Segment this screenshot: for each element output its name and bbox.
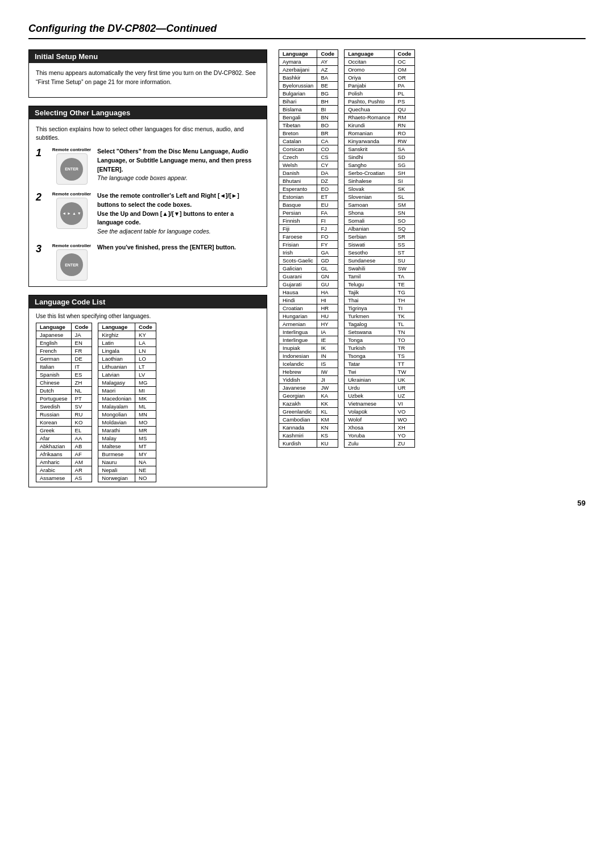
table-row: XhosaXH [345,424,415,432]
table-row: PanjabiPA [345,82,415,90]
table-row: TamilTA [345,273,415,281]
table-row: AssameseAS [36,474,92,482]
page-number: 59 [28,499,586,507]
table-row: ItalianIT [36,362,92,370]
table-row: Pashto, PushtoPS [345,98,415,106]
table-row: MarathiMR [98,426,156,434]
table-row: PersianFA [279,209,338,217]
table3-code-header: Code [317,50,338,58]
table-row: HungarianHU [279,312,338,320]
table-row: LatvianLV [98,370,156,378]
table-row: AfarAA [36,434,92,442]
step-1-bold: Select "Others" from the Disc Menu Langu… [97,148,251,173]
table-row: FijiFJ [279,225,338,233]
table-row: SiswatiSS [345,241,415,249]
table-row: HausaHA [279,289,338,297]
table-row: QuechuaQU [345,106,415,114]
table-row: SlovenianSL [345,193,415,201]
lang-table-2: Language Code KirghizKYLatinLALingalaLNL… [98,323,156,482]
table-row: NorwegianNO [98,474,156,482]
table-row: EsperantoEO [279,185,338,193]
table-row: KashmiriKS [279,432,338,440]
table-row: SwahiliSW [345,265,415,273]
table-row: ThaiTH [345,297,415,304]
table-row: KoreanKO [36,418,92,426]
table-row: SomaliSO [345,217,415,225]
table-row: GermanDE [36,354,92,362]
table-row: CzechCS [279,153,338,161]
table-row: LatinLA [98,339,156,347]
table2-code-header: Code [135,323,156,331]
table-row: BretonBR [279,130,338,137]
table-row: UrduUR [345,384,415,392]
step-1: 1 Remote controller ENTER Select "Others… [36,147,260,185]
table-row: MalayalamML [98,402,156,410]
table-row: MalayMS [98,434,156,442]
table-row: BislamaBI [279,106,338,114]
table-row: IrishGA [279,249,338,257]
table-row: SetswanaTN [345,328,415,336]
table-row: MacedonianMK [98,394,156,402]
table4-lang-header: Language [345,50,394,58]
step-2-bold1: Use the remote controller's Left and Rig… [97,192,239,208]
table-row: KazakhKK [279,400,338,408]
table-row: CorsicanCO [279,145,338,153]
table-row: RussianRU [36,410,92,418]
table-row: GalicianGL [279,265,338,273]
table2-lang-header: Language [98,323,135,331]
table-row: Rhaeto-RomanceRM [345,114,415,122]
table-row: AfrikaansAF [36,450,92,458]
table-row: IcelandicIS [279,360,338,368]
table-row: GreekEL [36,426,92,434]
table-row: PolishPL [345,90,415,98]
table-row: SanskritSA [345,145,415,153]
language-code-list-title: Language Code List [29,295,267,308]
table-row: AbkhazianAB [36,442,92,450]
table-row: OccitanOC [345,58,415,66]
initial-setup-menu-title: Initial Setup Menu [29,50,267,63]
step-3: 3 Remote controller ENTER When you've fi… [36,243,260,281]
table-row: SerbianSR [345,233,415,241]
table-row: InupiakIK [279,344,338,352]
right-lang-tables: Language Code AymaraAYAzerbaijaniAZBashk… [279,49,586,448]
steps-container: 1 Remote controller ENTER Select "Others… [36,147,260,281]
table-row: TwiTW [345,368,415,376]
table-row: UkrainianUK [345,376,415,384]
table-row: GuaraniGN [279,273,338,281]
remote-controller-img-2: ◄ ► ▲ ▼ [56,198,88,229]
table-row: LingalaLN [98,347,156,354]
table-row: DutchNL [36,386,92,394]
table-row: TagalogTL [345,320,415,328]
page-header: Configuring the DV-CP802—Continued [28,23,586,39]
table-row: RomanianRO [345,130,415,137]
table-row: WolofWO [345,416,415,424]
table-row: LithuanianLT [98,362,156,370]
table-row: ZuluZU [345,440,415,448]
table-row: DanishDA [279,169,338,177]
table-row: AymaraAY [279,58,338,66]
table-row: SlovakSK [345,185,415,193]
table-row: SindhiSD [345,153,415,161]
table-row: JapaneseJA [36,331,92,339]
table-row: BulgarianBG [279,90,338,98]
table-row: EnglishEN [36,339,92,347]
table-row: ArabicAR [36,466,92,474]
table-row: CroatianHR [279,304,338,312]
step-3-bold: When you've finished, press the [ENTER] … [97,244,236,251]
table-row: HindiHI [279,297,338,304]
table-row: YiddishJI [279,376,338,384]
language-code-list-section: Language Code List Use this list when sp… [28,295,267,487]
table-row: BasqueEU [279,201,338,209]
table-row: OriyaOR [345,74,415,82]
table-row: CatalanCA [279,137,338,145]
table-row: SamoanSM [345,201,415,209]
table-row: TurkishTR [345,344,415,352]
table-row: NauruNA [98,458,156,466]
table-row: SanghoSG [345,161,415,169]
table-row: SesothoST [345,249,415,257]
table-row: BengaliBN [279,114,338,122]
table-row: AlbanianSQ [345,225,415,233]
remote-controller-img-1: ENTER [56,153,88,185]
table-row: BurmeseMY [98,450,156,458]
step-2-note: See the adjacent table for language code… [97,228,211,235]
